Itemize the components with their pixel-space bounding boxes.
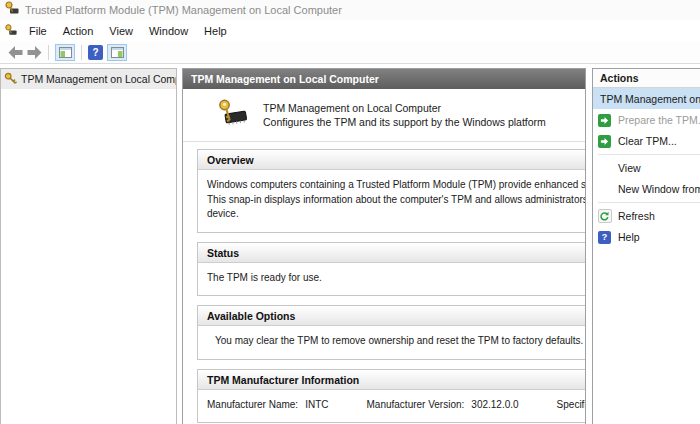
manufacturer-version-label: Manufacturer Version:: [367, 398, 465, 413]
action-prepare-tpm-label: Prepare the TPM...: [618, 114, 700, 126]
show-console-tree-button[interactable]: [55, 44, 75, 61]
status-section-title: Status: [198, 243, 586, 263]
prepare-tpm-icon: [598, 114, 611, 127]
console-tree-icon: [59, 47, 72, 58]
menu-window[interactable]: Window: [141, 22, 196, 40]
available-options-section: Available Options You may clear the TPM …: [197, 305, 586, 360]
overview-text-line: device.: [207, 207, 586, 222]
title-bar: Trusted Platform Module (TPM) Management…: [0, 0, 700, 20]
actions-separator: [598, 202, 700, 203]
action-new-window-label: New Window from: [618, 183, 700, 195]
available-options-text: You may clear the TPM to remove ownershi…: [207, 334, 586, 349]
manufacturer-name-value: INTC: [305, 398, 328, 413]
available-options-title: Available Options: [198, 306, 586, 326]
toolbar: ?: [0, 42, 700, 64]
forward-icon: [27, 46, 42, 59]
action-clear-tpm[interactable]: Clear TPM...: [593, 131, 700, 151]
actions-separator: [598, 154, 700, 155]
results-pane: TPM Management on Local Computer: [182, 68, 586, 424]
action-refresh-label: Refresh: [618, 210, 655, 222]
forward-button[interactable]: [27, 46, 42, 59]
intro-subtitle: Configures the TPM and its support by th…: [263, 115, 546, 129]
overview-section: Overview Windows computers containing a …: [197, 149, 586, 233]
action-new-window[interactable]: New Window from: [593, 179, 700, 199]
actions-group-label: TPM Management on: [600, 93, 700, 105]
toolbar-separator: [48, 45, 49, 60]
intro-block: TPM Management on Local Computer Configu…: [183, 89, 585, 142]
clear-tpm-icon: [598, 135, 611, 148]
toolbar-separator: [81, 45, 82, 60]
action-help-label: Help: [618, 231, 640, 243]
specification-version-label: Specification: [557, 398, 586, 413]
status-text: The TPM is ready for use.: [207, 271, 586, 286]
menu-action[interactable]: Action: [55, 22, 102, 40]
overview-section-title: Overview: [198, 150, 586, 170]
action-refresh[interactable]: Refresh: [593, 206, 700, 226]
mmc-window: Trusted Platform Module (TPM) Management…: [0, 0, 700, 424]
manufacturer-version-value: 302.12.0.0: [471, 398, 518, 413]
actions-group-tpm-management[interactable]: TPM Management on: [593, 88, 700, 109]
results-pane-header: TPM Management on Local Computer: [183, 69, 585, 89]
actions-pane: Actions TPM Management on Prepare the TP…: [592, 68, 700, 424]
help-icon: ?: [598, 231, 611, 244]
status-section: Status The TPM is ready for use.: [197, 242, 586, 297]
action-pane-icon: [111, 47, 124, 58]
actions-pane-title: Actions: [593, 69, 700, 88]
manufacturer-name-label: Manufacturer Name:: [207, 398, 298, 413]
menu-file[interactable]: File: [21, 22, 55, 40]
manufacturer-section-title: TPM Manufacturer Information: [198, 370, 586, 390]
back-icon: [8, 46, 23, 59]
child-window-icon: [5, 22, 17, 40]
overview-text-line: Windows computers containing a Trusted P…: [207, 178, 586, 193]
action-prepare-tpm[interactable]: Prepare the TPM...: [593, 110, 700, 130]
show-action-pane-button[interactable]: [107, 44, 127, 61]
menu-help[interactable]: Help: [196, 22, 235, 40]
menu-bar: File Action View Window Help: [0, 20, 700, 42]
action-help[interactable]: ? Help: [593, 227, 700, 247]
action-view[interactable]: View: [593, 158, 700, 178]
overview-text-line: This snap-in displays information about …: [207, 193, 586, 208]
help-icon: ?: [92, 47, 98, 58]
menu-view[interactable]: View: [101, 22, 141, 40]
tpm-large-icon: [217, 98, 249, 132]
tpm-app-icon: [5, 1, 19, 19]
action-clear-tpm-label: Clear TPM...: [618, 135, 677, 147]
refresh-icon: [598, 209, 612, 223]
manufacturer-section: TPM Manufacturer Information Manufacture…: [197, 369, 586, 424]
window-title: Trusted Platform Module (TPM) Management…: [25, 4, 342, 16]
back-button[interactable]: [8, 46, 23, 59]
help-button[interactable]: ?: [88, 45, 103, 60]
tpm-key-icon: [4, 72, 17, 87]
action-view-label: View: [618, 162, 641, 174]
tree-item-tpm-management[interactable]: TPM Management on Local Comp: [1, 69, 176, 89]
intro-title: TPM Management on Local Computer: [263, 101, 546, 115]
tree-item-label: TPM Management on Local Comp: [21, 73, 176, 85]
console-tree-pane: TPM Management on Local Comp: [0, 68, 177, 424]
